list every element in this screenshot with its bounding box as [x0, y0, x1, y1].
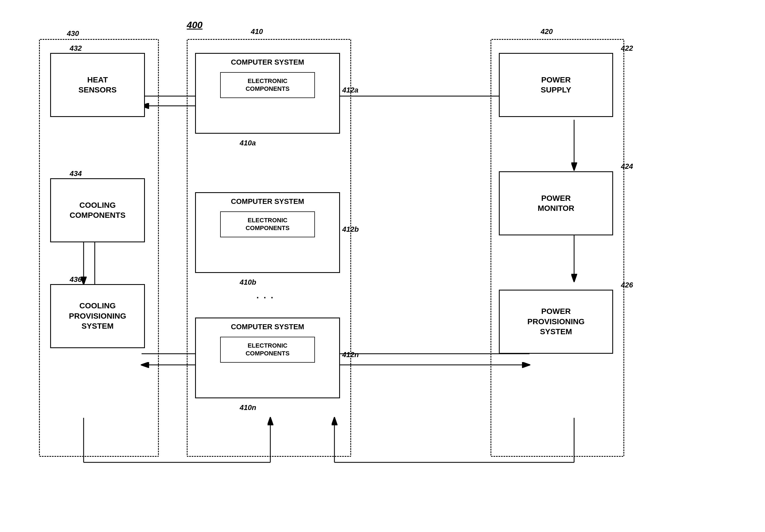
box-power-supply: POWERSUPPLY	[499, 53, 613, 117]
ref-412b: 412b	[342, 225, 359, 234]
electronic-components-410n-label: ELECTRONICCOMPONENTS	[246, 342, 290, 357]
electronic-components-410a: ELECTRONICCOMPONENTS	[220, 72, 315, 98]
box-heat-sensors: HEATSENSORS	[50, 53, 145, 117]
ref-424: 424	[621, 162, 633, 171]
ref-426: 426	[621, 281, 633, 289]
ref-410: 410	[251, 27, 263, 36]
ref-434: 434	[70, 169, 82, 178]
ref-410n: 410n	[240, 403, 256, 412]
electronic-components-410a-label: ELECTRONICCOMPONENTS	[246, 78, 290, 93]
ref-420: 420	[541, 27, 553, 36]
ellipsis-dots: · · ·	[257, 292, 274, 303]
computer-system-410n-label: COMPUTER SYSTEM	[231, 322, 304, 332]
box-computer-system-410b: COMPUTER SYSTEM ELECTRONICCOMPONENTS	[195, 192, 340, 273]
box-power-provisioning: POWERPROVISIONINGSYSTEM	[499, 290, 613, 354]
ref-400: 400	[187, 20, 203, 30]
diagram-container: 400 430 HEATSENSORS 432 COOLINGCOMPONENT…	[22, 17, 741, 518]
electronic-components-410b-label: ELECTRONICCOMPONENTS	[246, 217, 290, 232]
ref-412a: 412a	[342, 86, 359, 95]
ref-412n: 412n	[342, 351, 359, 359]
ref-430: 430	[67, 29, 79, 38]
ref-422: 422	[621, 44, 633, 53]
box-power-monitor: POWERMONITOR	[499, 171, 613, 235]
heat-sensors-label: HEATSENSORS	[79, 75, 117, 95]
power-monitor-label: POWERMONITOR	[537, 193, 574, 214]
power-provisioning-label: POWERPROVISIONINGSYSTEM	[527, 306, 584, 337]
box-cooling-components: COOLINGCOMPONENTS	[50, 178, 145, 242]
box-cooling-provisioning: COOLINGPROVISIONINGSYSTEM	[50, 284, 145, 348]
ref-436: 436	[70, 275, 82, 284]
cooling-provisioning-label: COOLINGPROVISIONINGSYSTEM	[69, 301, 126, 331]
ref-410a: 410a	[240, 139, 256, 147]
box-computer-system-410a: COMPUTER SYSTEM ELECTRONICCOMPONENTS	[195, 53, 340, 134]
power-supply-label: POWERSUPPLY	[541, 75, 571, 95]
electronic-components-410n: ELECTRONICCOMPONENTS	[220, 337, 315, 363]
electronic-components-410b: ELECTRONICCOMPONENTS	[220, 211, 315, 237]
computer-system-410a-label: COMPUTER SYSTEM	[231, 58, 304, 67]
ref-410b: 410b	[240, 278, 256, 287]
box-computer-system-410n: COMPUTER SYSTEM ELECTRONICCOMPONENTS	[195, 318, 340, 398]
ref-432: 432	[70, 44, 82, 53]
computer-system-410b-label: COMPUTER SYSTEM	[231, 197, 304, 206]
cooling-components-label: COOLINGCOMPONENTS	[70, 200, 126, 221]
